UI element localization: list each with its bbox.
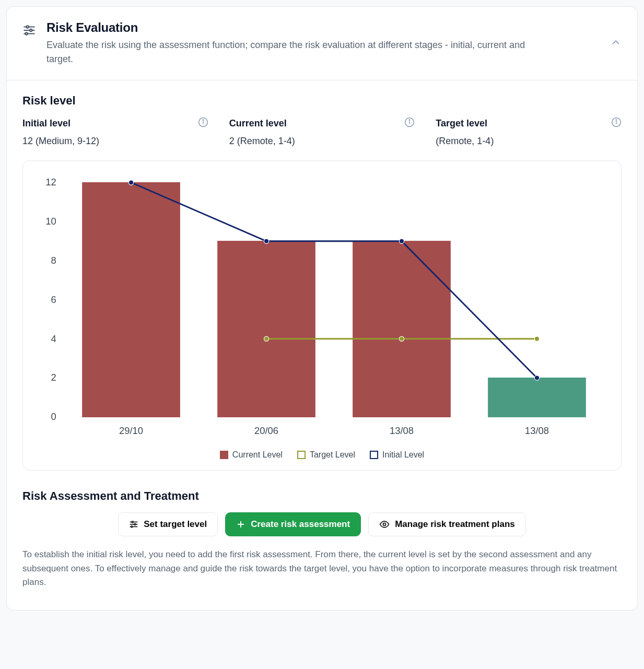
card-body: Risk level Initial level 12 (Medium, 9-1…	[7, 80, 637, 610]
svg-point-33	[128, 180, 133, 185]
svg-point-5	[25, 32, 27, 34]
risk-level-summary: Initial level 12 (Medium, 9-12) Current …	[22, 117, 622, 147]
legend-swatch-current-icon	[220, 451, 228, 459]
info-icon[interactable]	[611, 117, 622, 130]
svg-rect-25	[488, 378, 586, 417]
chart-legend: Current Level Target Level Initial Level	[33, 450, 611, 460]
target-level-value: (Remote, 1-4)	[436, 136, 622, 147]
initial-level: Initial level 12 (Medium, 9-12)	[22, 117, 208, 147]
card-title: Risk Evaluation	[46, 20, 602, 35]
legend-target: Target Level	[297, 450, 355, 460]
risk-chart: 02468101229/1020/0613/0813/08 Current Le…	[22, 160, 622, 471]
svg-point-3	[30, 29, 32, 31]
eye-icon	[379, 519, 390, 530]
svg-rect-24	[353, 241, 450, 417]
svg-text:29/10: 29/10	[119, 425, 143, 436]
svg-point-1	[27, 26, 29, 28]
svg-rect-22	[83, 183, 180, 417]
svg-point-35	[399, 239, 404, 243]
card-description: Evaluate the risk using the assessment f…	[46, 38, 527, 66]
current-level-value: 2 (Remote, 1-4)	[229, 136, 415, 147]
svg-text:10: 10	[45, 216, 56, 227]
svg-text:0: 0	[51, 411, 56, 422]
risk-level-heading: Risk level	[22, 94, 622, 108]
card-header: Risk Evaluation Evaluate the risk using …	[7, 7, 637, 80]
svg-point-36	[534, 375, 539, 380]
create-risk-assessment-label: Create risk assessment	[251, 519, 350, 530]
target-level-label: Target level	[436, 118, 487, 129]
risk-evaluation-card: Risk Evaluation Evaluate the risk using …	[6, 6, 638, 611]
svg-text:2: 2	[51, 372, 56, 383]
assessment-help-text: To establish the initial risk level, you…	[22, 548, 622, 589]
manage-treatment-plans-button[interactable]: Manage risk treatment plans	[368, 512, 526, 536]
info-icon[interactable]	[404, 117, 415, 130]
svg-rect-23	[218, 241, 315, 417]
svg-point-42	[131, 526, 133, 527]
legend-target-label: Target Level	[310, 450, 355, 460]
manage-treatment-plans-label: Manage risk treatment plans	[395, 519, 515, 530]
create-risk-assessment-button[interactable]: Create risk assessment	[225, 512, 361, 536]
sliders-icon	[22, 24, 36, 39]
svg-point-8	[203, 120, 204, 121]
legend-swatch-initial-icon	[370, 451, 378, 459]
legend-current: Current Level	[220, 450, 283, 460]
svg-point-31	[399, 336, 404, 341]
set-target-level-label: Set target level	[144, 519, 207, 530]
svg-text:13/08: 13/08	[525, 425, 549, 436]
svg-point-40	[134, 524, 136, 525]
legend-initial-label: Initial Level	[382, 450, 424, 460]
svg-point-14	[616, 120, 617, 121]
svg-text:4: 4	[51, 333, 56, 344]
svg-point-30	[264, 336, 268, 341]
svg-text:12: 12	[45, 177, 56, 187]
svg-text:8: 8	[51, 255, 56, 266]
current-level: Current level 2 (Remote, 1-4)	[229, 117, 415, 147]
set-target-level-button[interactable]: Set target level	[118, 512, 218, 536]
svg-point-11	[409, 120, 411, 121]
info-icon[interactable]	[198, 117, 208, 130]
svg-text:20/06: 20/06	[254, 425, 278, 436]
chevron-up-icon	[610, 37, 622, 48]
svg-text:6: 6	[51, 294, 56, 305]
plus-icon	[236, 520, 245, 529]
target-level: Target level (Remote, 1-4)	[436, 117, 622, 147]
legend-current-label: Current Level	[232, 450, 283, 460]
svg-text:13/08: 13/08	[390, 425, 414, 436]
current-level-label: Current level	[229, 118, 287, 129]
svg-point-45	[383, 523, 386, 526]
legend-swatch-target-icon	[297, 451, 306, 459]
assessment-actions: Set target level Create risk assessment …	[22, 512, 622, 536]
legend-initial: Initial Level	[370, 450, 424, 460]
sliders-icon	[129, 520, 138, 529]
collapse-button[interactable]	[610, 37, 622, 50]
chart-svg: 02468101229/1020/0613/0813/08	[33, 177, 611, 441]
svg-point-38	[132, 521, 134, 523]
initial-level-value: 12 (Medium, 9-12)	[22, 136, 208, 147]
initial-level-label: Initial level	[22, 118, 71, 129]
svg-point-32	[534, 336, 539, 341]
assessment-heading: Risk Assessment and Treatment	[22, 489, 622, 503]
svg-point-34	[264, 239, 268, 243]
